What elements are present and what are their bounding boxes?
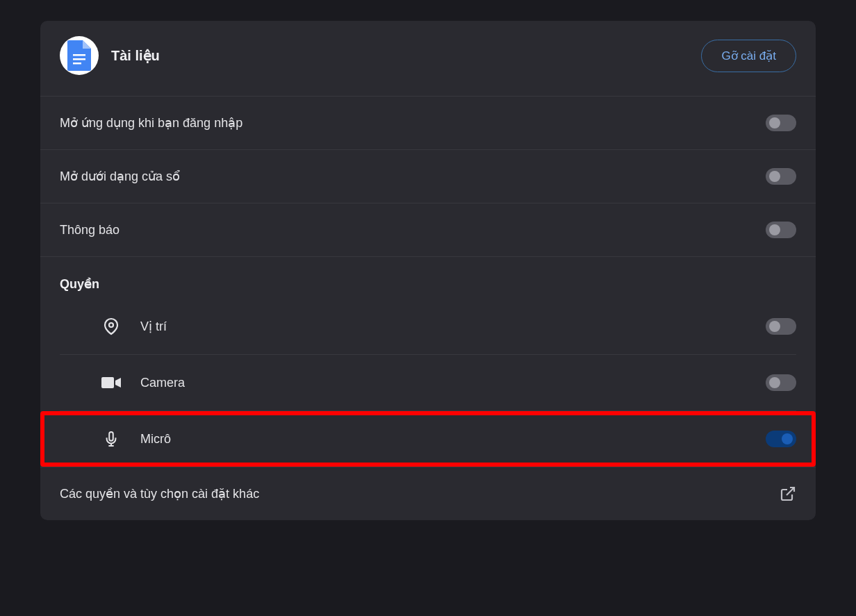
permission-label: Vị trí [140,319,167,334]
toggle-microphone[interactable] [766,431,796,447]
camera-icon [101,373,121,392]
permission-location: Vị trí [60,299,796,354]
svg-rect-4 [101,377,114,388]
permission-label: Camera [140,376,185,390]
permission-camera: Camera [60,354,796,410]
location-icon [101,317,121,336]
toggle-location[interactable] [766,318,796,335]
setting-notifications: Thông báo [40,203,816,256]
toggle-open-as-window[interactable] [766,168,796,185]
svg-point-3 [109,323,113,327]
app-icon [60,36,99,75]
more-permissions-row[interactable]: Các quyền và tùy chọn cài đặt khác [40,467,816,520]
setting-label: Mở ứng dụng khi bạn đăng nhập [60,115,242,131]
open-external-icon [780,485,796,502]
panel-header: Tài liệu Gỡ cài đặt [40,21,816,96]
toggle-camera[interactable] [766,374,796,391]
toggle-notifications[interactable] [766,222,796,238]
permissions-list: Vị trí Camera [40,299,816,467]
setting-open-as-window: Mở dưới dạng cửa sổ [40,149,816,203]
svg-rect-2 [73,63,81,65]
docs-icon [67,40,91,71]
microphone-icon [101,429,121,449]
svg-rect-1 [73,58,85,60]
svg-line-7 [787,488,794,495]
toggle-open-on-login[interactable] [766,115,796,131]
header-left: Tài liệu [60,36,160,75]
permissions-title: Quyền [40,256,816,299]
setting-label: Mở dưới dạng cửa sổ [60,169,180,184]
svg-rect-0 [73,54,85,56]
setting-open-on-login: Mở ứng dụng khi bạn đăng nhập [40,96,816,149]
setting-label: Thông báo [60,223,120,238]
more-permissions-label: Các quyền và tùy chọn cài đặt khác [60,486,259,501]
app-title: Tài liệu [111,47,160,64]
permission-label: Micrô [140,432,171,447]
permission-microphone: Micrô [60,410,796,467]
app-settings-panel: Tài liệu Gỡ cài đặt Mở ứng dụng khi bạn … [40,21,816,520]
uninstall-button[interactable]: Gỡ cài đặt [701,40,796,72]
